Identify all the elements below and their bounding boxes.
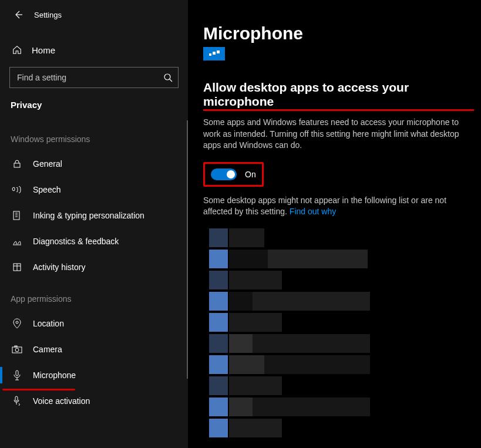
app-icon-placeholder (209, 250, 228, 268)
svg-point-4 (16, 321, 18, 324)
app-name-placeholder (229, 334, 253, 353)
section-title: App permissions (0, 292, 188, 311)
search-input[interactable] (9, 67, 179, 88)
lock-icon (12, 159, 22, 169)
titlebar: Settings (0, 7, 188, 25)
app-name-placeholder (229, 398, 253, 416)
list-item (209, 355, 391, 374)
app-name-placeholder (229, 313, 282, 332)
list-item (209, 228, 391, 247)
svg-point-6 (15, 348, 19, 352)
app-name-placeholder (229, 355, 264, 374)
app-icon-placeholder (209, 271, 228, 289)
app-name-placeholder (268, 250, 368, 268)
list-item (209, 334, 391, 353)
nav-label: Inking & typing personalization (33, 211, 144, 220)
page-title: Microphone (203, 23, 474, 43)
annotation-toggle-box: On (203, 162, 264, 187)
toggle-row: On (203, 162, 474, 187)
sidebar-home[interactable]: Home (0, 39, 188, 61)
list-item (209, 398, 391, 416)
nav-label: Voice activation (33, 396, 90, 406)
nav-label: Diagnostics & feedback (33, 237, 119, 246)
sidebar-item-speech[interactable]: Speech (0, 177, 188, 203)
sidebar-item-general[interactable]: General (0, 151, 188, 177)
app-icon-placeholder (209, 334, 228, 353)
app-name-placeholder (253, 398, 370, 416)
app-name-placeholder (253, 292, 370, 311)
back-button[interactable] (13, 9, 23, 20)
app-name-placeholder (229, 376, 282, 395)
app-icon-placeholder (209, 376, 228, 395)
app-name-placeholder (229, 419, 282, 437)
svg-rect-9 (15, 396, 18, 401)
camera-icon (12, 344, 22, 355)
app-name-placeholder (229, 228, 264, 247)
sidebar-section-app-permissions: App permissions Location Camera Micropho… (0, 280, 188, 414)
sidebar-item-camera[interactable]: Camera (0, 336, 188, 362)
list-item (209, 292, 391, 311)
app-name-placeholder (253, 334, 370, 353)
sidebar-item-microphone[interactable]: Microphone (0, 362, 188, 388)
inking-icon (12, 210, 22, 221)
previous-app-tile (203, 47, 225, 60)
location-icon (12, 318, 22, 329)
voice-icon (12, 396, 22, 406)
list-item (209, 271, 391, 289)
find-out-why-link[interactable]: Find out why (290, 207, 336, 216)
speech-icon (12, 184, 22, 195)
window-title: Settings (34, 11, 62, 19)
section-heading-wrap: Allow desktop apps to access your microp… (203, 80, 474, 117)
svg-rect-8 (16, 370, 18, 376)
app-icon-placeholder (209, 313, 228, 332)
sidebar-home-label: Home (32, 45, 55, 55)
sidebar-section-windows-permissions: Windows permissions General Speech Inkin… (0, 120, 188, 280)
svg-rect-12 (217, 50, 220, 53)
sidebar-item-voice-activation[interactable]: Voice activation (0, 388, 188, 414)
note-text: Some desktop apps might not appear in th… (203, 195, 464, 218)
list-item (209, 376, 391, 395)
app-icon-placeholder (209, 292, 228, 311)
nav-label: General (33, 159, 62, 169)
settings-sidebar: Settings Home Privacy Windows permission… (0, 0, 188, 448)
activity-icon (12, 262, 22, 272)
desktop-apps-toggle[interactable] (211, 169, 237, 180)
toggle-state-label: On (245, 170, 256, 179)
nav-label: Location (33, 319, 64, 328)
app-icon-placeholder (209, 398, 228, 416)
microphone-icon (12, 370, 22, 380)
section-title: Windows permissions (0, 132, 188, 151)
list-item (209, 250, 391, 268)
app-icon-placeholder (209, 419, 228, 437)
home-icon (12, 45, 22, 55)
allow-desktop-apps-heading: Allow desktop apps to access your microp… (203, 80, 474, 111)
app-name-placeholder (229, 250, 268, 268)
section-description: Some apps and Windows features need to a… (203, 117, 464, 151)
svg-rect-11 (213, 52, 216, 55)
nav-label: Speech (33, 185, 60, 194)
sidebar-item-location[interactable]: Location (0, 311, 188, 336)
app-name-placeholder (229, 292, 253, 311)
svg-rect-10 (209, 53, 211, 56)
main-panel: Microphone Allow desktop apps to access … (188, 0, 481, 448)
nav-label: Camera (33, 345, 62, 354)
app-icon-placeholder (209, 228, 228, 247)
sidebar-item-inking[interactable]: Inking & typing personalization (0, 203, 188, 228)
desktop-app-list (209, 228, 391, 437)
diagnostics-icon (12, 236, 22, 247)
list-item (209, 313, 391, 332)
sidebar-item-activity[interactable]: Activity history (0, 254, 188, 280)
svg-rect-2 (14, 211, 19, 220)
list-item (209, 419, 391, 437)
svg-rect-1 (14, 163, 20, 167)
app-name-placeholder (229, 271, 282, 289)
app-name-placeholder (264, 355, 370, 374)
search-container (9, 67, 179, 88)
svg-rect-7 (15, 346, 17, 347)
nav-label: Microphone (33, 370, 76, 380)
current-category-label: Privacy (0, 96, 188, 120)
sidebar-item-diagnostics[interactable]: Diagnostics & feedback (0, 228, 188, 254)
nav-label: Activity history (33, 262, 85, 272)
app-icon-placeholder (209, 355, 228, 374)
